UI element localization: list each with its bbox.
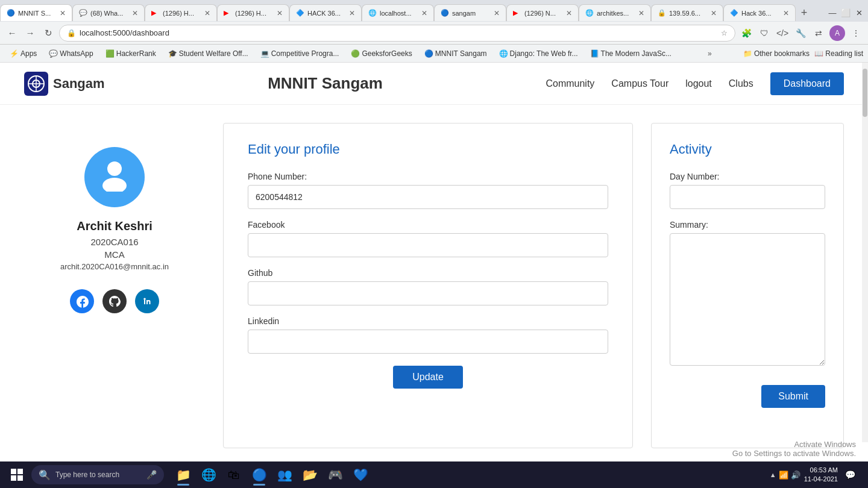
tab-close-2[interactable]: ✕ <box>132 9 138 17</box>
profile-avatar-button[interactable]: A <box>829 25 845 41</box>
close-button[interactable]: ✕ <box>855 8 863 17</box>
tab-favicon-5: 🔷 <box>296 9 304 17</box>
linkedin-input[interactable] <box>248 330 608 354</box>
update-button[interactable]: Update <box>393 366 463 389</box>
taskbar-vscode[interactable]: 💙 <box>348 463 373 466</box>
github-group: Github <box>248 268 608 305</box>
bookmark-apps[interactable]: ⚡ Apps <box>5 48 42 59</box>
tab-yt2[interactable]: ▶ (1296) H... ✕ <box>217 4 289 21</box>
taskbar-teams[interactable]: 👥 <box>272 463 297 466</box>
taskbar-app-extra[interactable]: 🎮 <box>323 463 347 466</box>
minimize-button[interactable]: — <box>828 8 837 17</box>
start-button[interactable] <box>5 464 29 466</box>
clubs-link[interactable]: Clubs <box>729 78 753 89</box>
tab-archit[interactable]: 🌐 architkes... ✕ <box>579 4 651 21</box>
js-favicon: 📘 <box>590 49 599 58</box>
restore-button[interactable]: ⬜ <box>841 8 850 17</box>
tab-close-4[interactable]: ✕ <box>277 9 283 17</box>
bookmark-whatsapp[interactable]: 💬 WhatsApp <box>44 48 98 59</box>
tab-yt3[interactable]: ▶ (1296) N... ✕ <box>506 4 579 21</box>
tab-title-1: MNNIT S... <box>18 10 57 17</box>
new-tab-button[interactable]: + <box>796 4 813 21</box>
tab-close-8[interactable]: ✕ <box>566 9 572 17</box>
linkedin-icon[interactable] <box>135 289 159 313</box>
taskbar-edge[interactable]: 🌐 <box>197 463 221 466</box>
logo-area[interactable]: Sangam <box>24 72 105 96</box>
tab-localhost[interactable]: 🌐 localhost... ✕ <box>362 4 434 21</box>
taskbar-time[interactable]: 06:53 AM 11-04-2021 <box>804 466 838 466</box>
tab-close-11[interactable]: ✕ <box>783 9 789 17</box>
address-bar[interactable]: 🔒 localhost:5000/dashboard ☆ <box>59 25 735 42</box>
bookmark-competitive-label: Competitive Progra... <box>271 49 339 58</box>
reading-list-link[interactable]: 📖 Reading list <box>814 49 863 58</box>
taskbar-store[interactable]: 🛍 <box>222 463 246 466</box>
bookmark-django-label: Django: The Web fr... <box>510 49 578 58</box>
summary-textarea[interactable] <box>670 233 825 366</box>
navbar: Sangam MNNIT Sangam Community Campus Tou… <box>0 63 868 105</box>
facebook-label: Facebook <box>248 220 608 230</box>
submit-button[interactable]: Submit <box>761 385 825 408</box>
extensions-icon[interactable]: 🧩 <box>739 26 753 40</box>
tab-hack[interactable]: 🔷 HACK 36... ✕ <box>289 4 362 21</box>
puzzle-icon[interactable]: 🔧 <box>793 26 808 40</box>
tab-close-3[interactable]: ✕ <box>204 9 210 17</box>
day-number-input[interactable] <box>670 185 825 209</box>
taskbar-folder[interactable]: 📂 <box>298 463 322 466</box>
tab-close-1[interactable]: ✕ <box>60 9 66 17</box>
tab-mnnit[interactable]: 🔵 MNNIT S... ✕ <box>0 4 72 21</box>
tab-hack2[interactable]: 🔷 Hack 36... ✕ <box>723 4 796 21</box>
tab-title-7: sangam <box>452 10 491 17</box>
logout-link[interactable]: logout <box>685 78 712 89</box>
facebook-input[interactable] <box>248 233 608 257</box>
taskbar-search[interactable]: 🔍 Type here to search 🎤 <box>31 465 164 466</box>
tab-close-9[interactable]: ✕ <box>638 9 644 17</box>
sync-icon[interactable]: ⇄ <box>811 26 826 40</box>
tab-close-10[interactable]: ✕ <box>711 9 717 17</box>
bookmark-competitive[interactable]: 💻 Competitive Progra... <box>256 48 344 59</box>
dashboard-button[interactable]: Dashboard <box>770 72 844 95</box>
more-options-icon[interactable]: ⋮ <box>849 26 863 40</box>
bookmark-student-welfare-label: Student Welfare Off... <box>179 49 248 58</box>
community-link[interactable]: Community <box>546 78 594 89</box>
tab-yt1[interactable]: ▶ (1296) H... ✕ <box>145 4 217 21</box>
tab-sangam[interactable]: 🔵 sangam ✕ <box>434 4 506 21</box>
more-bookmarks-button[interactable]: » <box>704 48 715 59</box>
facebook-icon[interactable] <box>70 289 94 313</box>
bookmark-student-welfare[interactable]: 🎓 Student Welfare Off... <box>163 48 253 59</box>
back-button[interactable]: ← <box>5 26 19 40</box>
github-icon[interactable] <box>102 289 127 313</box>
bookmark-hackerrank[interactable]: 🟩 HackerRank <box>101 48 161 59</box>
taskbar-file-manager[interactable]: 📁 <box>171 463 195 466</box>
star-icon[interactable]: ☆ <box>721 29 728 37</box>
github-input[interactable] <box>248 281 608 305</box>
campus-tour-link[interactable]: Campus Tour <box>611 78 668 89</box>
bookmark-gfg[interactable]: 🟢 GeeksforGeeks <box>346 48 417 59</box>
tab-close-6[interactable]: ✕ <box>421 9 427 17</box>
forward-button[interactable]: → <box>23 26 37 40</box>
tab-ip[interactable]: 🔒 139.59.6... ✕ <box>651 4 723 21</box>
tab-whatsapp[interactable]: 💬 (68) Wha... ✕ <box>72 4 145 21</box>
other-bookmarks-link[interactable]: 📁 Other bookmarks <box>743 49 810 58</box>
phone-input[interactable] <box>248 185 608 209</box>
bookmark-mnnit-label: MNNIT Sangam <box>435 49 487 58</box>
tab-close-7[interactable]: ✕ <box>494 9 500 17</box>
scroll-bar[interactable] <box>862 63 868 442</box>
bookmark-javascript-label: The Modern JavaSc... <box>601 49 671 58</box>
bookmark-javascript[interactable]: 📘 The Modern JavaSc... <box>585 48 676 59</box>
tab-close-5[interactable]: ✕ <box>349 9 355 17</box>
refresh-button[interactable]: ↻ <box>41 26 55 40</box>
scroll-thumb[interactable] <box>863 69 867 117</box>
code-icon[interactable]: </> <box>775 26 790 40</box>
taskbar-chrome[interactable]: 🔵 <box>247 463 271 466</box>
shield-icon[interactable]: 🛡 <box>757 26 772 40</box>
edit-profile-title: Edit your profile <box>248 142 608 157</box>
tab-favicon-11: 🔷 <box>730 9 738 17</box>
profile-name: Archit Keshri <box>77 219 153 233</box>
tab-title-5: HACK 36... <box>307 10 346 17</box>
bookmark-django[interactable]: 🌐 Django: The Web fr... <box>494 48 583 59</box>
bookmarks-bar: ⚡ Apps 💬 WhatsApp 🟩 HackerRank 🎓 Student… <box>0 45 868 63</box>
social-icons <box>70 289 159 313</box>
avatar <box>84 147 145 207</box>
bookmark-mnnit[interactable]: 🔵 MNNIT Sangam <box>420 48 492 59</box>
tab-title-6: localhost... <box>380 10 418 17</box>
